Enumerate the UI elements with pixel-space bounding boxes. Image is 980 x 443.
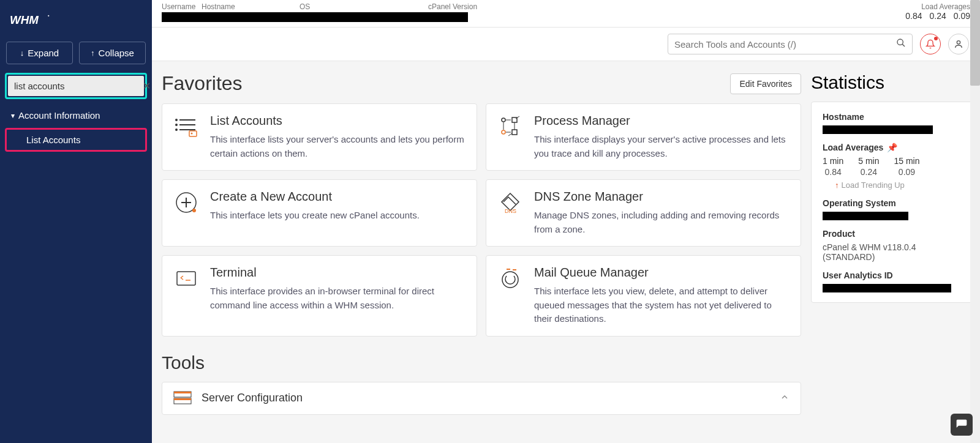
process-manager-icon [497, 114, 523, 140]
card-desc: This interface lets you create new cPane… [210, 209, 420, 223]
la-1min-label: 1 min [823, 156, 843, 166]
card-desc: This interface lets you view, delete, an… [534, 285, 790, 326]
stats-hostname-label: Hostname [823, 112, 961, 122]
svg-rect-11 [189, 131, 197, 136]
collapse-label: Collapse [99, 48, 134, 58]
redacted-analytics [823, 284, 951, 292]
nav-item-highlight: List Accounts [5, 128, 147, 152]
stats-analytics-label: User Analytics ID [823, 270, 961, 280]
svg-point-10 [175, 128, 178, 131]
la-15min-label: 15 min [894, 156, 919, 166]
statistics-panel: Hostname Load Averages 📌 1 min0.84 5 min… [811, 102, 973, 303]
svg-text:DNS: DNS [505, 208, 516, 214]
sidebar-search-input[interactable] [8, 76, 137, 96]
load-1min: 0.84 [905, 11, 922, 21]
chevron-down-icon: ▾ [11, 111, 15, 120]
arrow-down-icon: ↓ [20, 48, 24, 58]
svg-rect-29 [174, 392, 191, 393]
load-15min: 0.09 [954, 11, 970, 21]
dns-zone-icon: DNS [497, 190, 523, 215]
svg-point-4 [957, 41, 960, 44]
svg-point-20 [192, 209, 196, 212]
svg-line-3 [902, 44, 905, 47]
scrollbar-thumb[interactable] [970, 0, 980, 86]
card-desc: This interface displays your server's ac… [534, 133, 790, 160]
stats-product-label: Product [823, 229, 961, 239]
card-title: Create a New Account [210, 190, 420, 204]
favorite-card-dns-zone-manager[interactable]: DNS DNS Zone Manager Manage DNS zones, i… [486, 179, 801, 247]
toolbar [152, 28, 980, 61]
svg-point-24 [502, 272, 518, 288]
collapse-button[interactable]: ↑ Collapse [79, 42, 146, 64]
la-5min-label: 5 min [858, 156, 879, 166]
svg-rect-16 [512, 130, 517, 135]
info-label-username: Username [162, 2, 202, 11]
svg-point-8 [175, 119, 178, 121]
load-averages-label: Load Averages [905, 2, 970, 11]
statistics-title: Statistics [811, 72, 973, 93]
notification-dot-icon [934, 37, 938, 40]
svg-point-1 [48, 15, 49, 17]
favorites-title: Favorites [162, 72, 243, 95]
sidebar: WHM ↓ Expand ↑ Collapse ✕ ▾ Account Info… [0, 0, 152, 443]
info-label-hostname: Hostname [202, 2, 300, 11]
load-5min: 0.24 [930, 11, 946, 21]
card-desc: This interface lists your server's accou… [210, 133, 466, 160]
svg-rect-30 [174, 398, 191, 400]
svg-point-2 [897, 39, 903, 45]
nav-section-account-info[interactable]: ▾ Account Information [5, 105, 147, 125]
tools-item-server-configuration[interactable]: Server Configuration [162, 382, 801, 415]
arrow-up-icon: ↑ [91, 48, 95, 58]
svg-point-13 [502, 118, 505, 122]
terminal-icon [173, 266, 199, 291]
expand-label: Expand [28, 48, 59, 58]
svg-point-12 [191, 133, 193, 135]
main-content: Username Hostname OS cPanel Version Load… [152, 0, 980, 443]
card-desc: Manage DNS zones, including adding and r… [534, 209, 790, 236]
nav-section-label: Account Information [18, 110, 100, 121]
chevron-up-icon[interactable] [780, 392, 790, 404]
notifications-button[interactable] [920, 34, 941, 54]
card-title: List Accounts [210, 114, 466, 128]
info-label-cpanel-version: cPanel Version [428, 2, 502, 11]
edit-favorites-button[interactable]: Edit Favorites [730, 73, 801, 94]
nav-item-list-accounts[interactable]: List Accounts [7, 130, 145, 150]
info-label-os: OS [300, 2, 428, 11]
favorite-card-mail-queue[interactable]: Mail Queue Manager This interface lets y… [486, 255, 801, 337]
favorite-card-create-account[interactable]: Create a New Account This interface lets… [162, 179, 477, 247]
user-menu-button[interactable] [948, 34, 969, 54]
expand-button[interactable]: ↓ Expand [6, 42, 73, 64]
tools-item-label: Server Configuration [202, 392, 303, 404]
card-title: Process Manager [534, 114, 790, 128]
trend-label: Load Trending Up [842, 181, 905, 190]
la-5min-value: 0.24 [858, 167, 879, 177]
create-account-icon [173, 190, 199, 215]
server-configuration-icon [173, 391, 192, 406]
svg-rect-22 [177, 272, 195, 285]
search-icon[interactable] [896, 38, 906, 50]
stats-os-label: Operating System [823, 198, 961, 208]
global-search[interactable] [668, 34, 913, 54]
scrollbar[interactable]: ▲ [970, 0, 980, 443]
list-accounts-icon [173, 114, 199, 140]
favorite-card-process-manager[interactable]: Process Manager This interface displays … [486, 103, 801, 171]
card-desc: This interface provides an in-browser te… [210, 285, 466, 312]
card-title: Terminal [210, 266, 466, 280]
favorite-card-list-accounts[interactable]: List Accounts This interface lists your … [162, 103, 477, 171]
whm-logo: WHM [5, 7, 147, 42]
server-info-bar: Username Hostname OS cPanel Version Load… [152, 0, 980, 28]
redacted-hostname [823, 125, 933, 134]
mail-queue-icon [497, 266, 523, 291]
global-search-input[interactable] [674, 39, 896, 50]
favorite-card-terminal[interactable]: Terminal This interface provides an in-b… [162, 255, 477, 337]
card-title: Mail Queue Manager [534, 266, 790, 280]
tools-title: Tools [162, 352, 801, 373]
sidebar-search-highlight: ✕ [5, 73, 147, 99]
la-15min-value: 0.09 [894, 167, 919, 177]
pin-icon[interactable]: 📌 [887, 143, 897, 152]
chat-widget-button[interactable] [951, 414, 973, 436]
card-title: DNS Zone Manager [534, 190, 790, 204]
svg-point-15 [502, 130, 505, 134]
stats-load-averages-label: Load Averages [823, 143, 883, 152]
la-1min-value: 0.84 [823, 167, 843, 177]
